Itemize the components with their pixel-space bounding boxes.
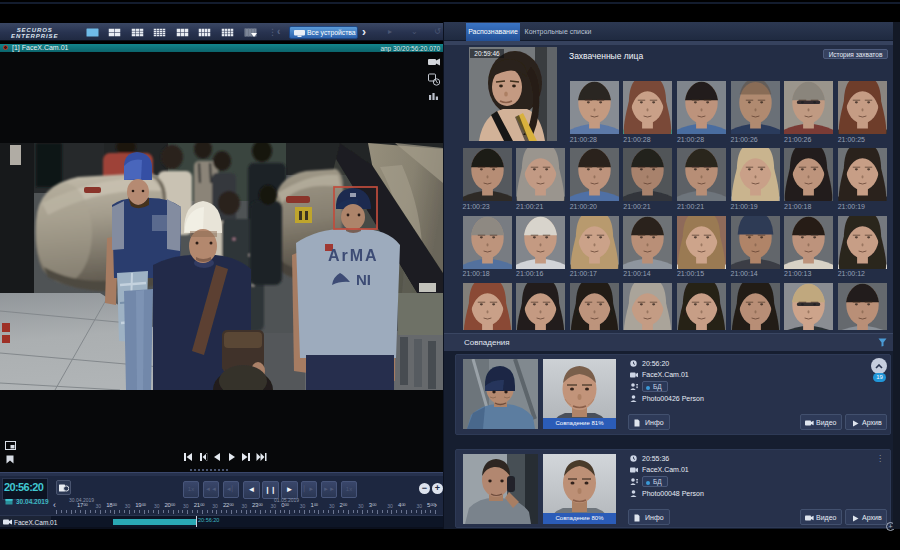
svg-text:ArMA: ArMA — [328, 247, 379, 264]
svg-text:NI: NI — [356, 271, 371, 288]
